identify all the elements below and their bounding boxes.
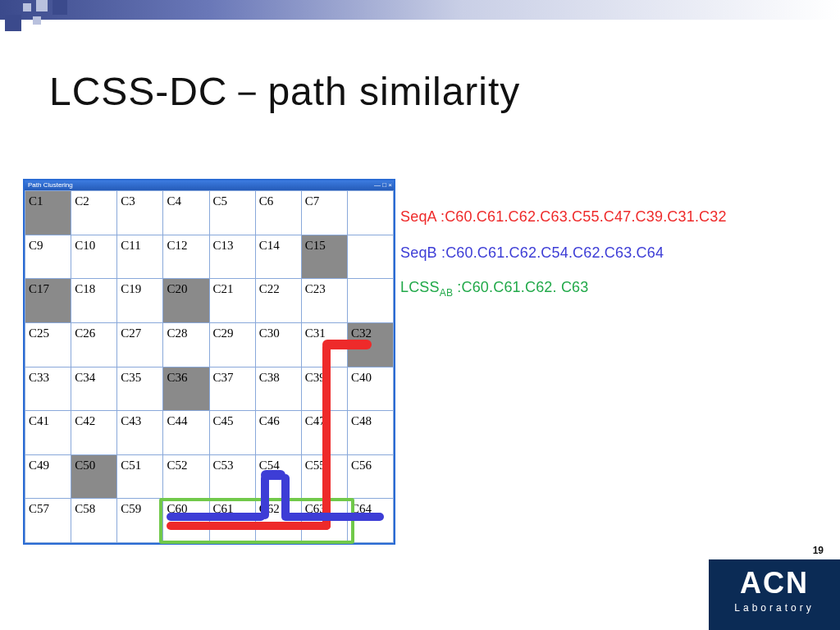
grid-cell: C49 xyxy=(25,454,71,499)
grid-cell: C13 xyxy=(209,235,255,279)
grid-cell: C17 xyxy=(25,279,71,323)
grid-cell: C36 xyxy=(163,367,209,411)
grid-cell: C32 xyxy=(347,322,393,367)
seqB-value: C60.C61.C62.C54.C62.C63.C64 xyxy=(445,244,664,261)
grid-cell: C25 xyxy=(25,322,71,367)
logo-big: ACN xyxy=(709,559,840,600)
seqA-line: SeqA :C60.C61.C62.C63.C55.C47.C39.C31.C3… xyxy=(400,208,727,226)
grid-cell: C23 xyxy=(301,279,347,323)
grid-cell: C44 xyxy=(163,411,209,455)
grid-cell: C1 xyxy=(25,191,71,235)
grid-cell: C18 xyxy=(71,279,117,323)
grid-cell: C9 xyxy=(25,235,71,279)
grid-cell: C60 xyxy=(163,499,209,543)
grid-cell: C52 xyxy=(163,454,209,499)
grid-cell: C11 xyxy=(117,235,163,279)
grid-cell: C38 xyxy=(255,367,301,411)
slide-top-bar xyxy=(0,0,840,20)
lcss-label-post: : xyxy=(453,279,461,295)
grid-cell: C7 xyxy=(301,191,347,235)
grid-cell: C48 xyxy=(347,411,393,455)
grid-cell: C45 xyxy=(209,411,255,455)
corner-decoration xyxy=(0,0,98,49)
grid-cell: C42 xyxy=(71,411,117,455)
grid-cell: C46 xyxy=(255,411,301,455)
grid-cell: C43 xyxy=(117,411,163,455)
grid-cell: C4 xyxy=(163,191,209,235)
grid-cell: C27 xyxy=(117,322,163,367)
grid-cell: C26 xyxy=(71,322,117,367)
page-number: 19 xyxy=(813,545,824,556)
grid-cell: C33 xyxy=(25,367,71,411)
logo-lab: Laboratory xyxy=(709,602,840,614)
grid-cell: C30 xyxy=(255,322,301,367)
grid-cell: C51 xyxy=(117,454,163,499)
grid-cell xyxy=(347,235,393,279)
grid-cell: C54 xyxy=(255,454,301,499)
grid-cell: C37 xyxy=(209,367,255,411)
grid-cell xyxy=(347,279,393,323)
grid-cell: C53 xyxy=(209,454,255,499)
grid-cell: C50 xyxy=(71,454,117,499)
grid-cell: C57 xyxy=(25,499,71,543)
grid-cell: C12 xyxy=(163,235,209,279)
grid-cell: C40 xyxy=(347,367,393,411)
seqA-value: C60.C61.C62.C63.C55.C47.C39.C31.C32 xyxy=(445,208,727,225)
window-titlebar: Path Clustering — □ × xyxy=(25,180,394,190)
acn-logo: ACN Laboratory xyxy=(709,559,840,630)
grid-cell: C21 xyxy=(209,279,255,323)
grid-cell: C5 xyxy=(209,191,255,235)
seqA-label: SeqA : xyxy=(400,208,445,225)
grid-cell: C20 xyxy=(163,279,209,323)
lcss-label-pre: LCSS xyxy=(400,279,440,295)
grid-cell: C6 xyxy=(255,191,301,235)
cell-grid: C1C2C3C4C5C6C7C9C10C11C12C13C14C15C17C18… xyxy=(25,190,394,543)
grid-cell: C15 xyxy=(301,235,347,279)
grid-cell: C59 xyxy=(117,499,163,543)
grid-cell: C58 xyxy=(71,499,117,543)
grid-cell: C22 xyxy=(255,279,301,323)
lcss-line: LCSSAB :C60.C61.C62. C63 xyxy=(400,279,588,299)
grid-cell: C35 xyxy=(117,367,163,411)
window-controls: — □ × xyxy=(374,180,392,190)
grid-cell: C28 xyxy=(163,322,209,367)
grid-cell: C14 xyxy=(255,235,301,279)
grid-cell: C56 xyxy=(347,454,393,499)
lcss-label-sub: AB xyxy=(440,287,453,299)
window-title: Path Clustering xyxy=(28,180,73,190)
grid-cell: C3 xyxy=(117,191,163,235)
seqB-label: SeqB : xyxy=(400,244,445,261)
grid-cell: C64 xyxy=(347,499,393,543)
grid-cell: C34 xyxy=(71,367,117,411)
grid-cell: C10 xyxy=(71,235,117,279)
grid-cell: C61 xyxy=(209,499,255,543)
grid-cell xyxy=(347,191,393,235)
grid-cell: C63 xyxy=(301,499,347,543)
grid-cell: C47 xyxy=(301,411,347,455)
grid-cell: C29 xyxy=(209,322,255,367)
grid-cell: C2 xyxy=(71,191,117,235)
grid-cell: C55 xyxy=(301,454,347,499)
slide-title: LCSS-DC－path similarity xyxy=(49,66,520,118)
grid-cell: C31 xyxy=(301,322,347,367)
grid-cell: C19 xyxy=(117,279,163,323)
seqB-line: SeqB :C60.C61.C62.C54.C62.C63.C64 xyxy=(400,244,664,262)
grid-cell: C62 xyxy=(255,499,301,543)
grid-cell: C41 xyxy=(25,411,71,455)
grid-cell: C39 xyxy=(301,367,347,411)
lcss-value: C60.C61.C62. C63 xyxy=(462,279,589,295)
path-clustering-window: Path Clustering — □ × C1C2C3C4C5C6C7C9C1… xyxy=(23,179,395,545)
